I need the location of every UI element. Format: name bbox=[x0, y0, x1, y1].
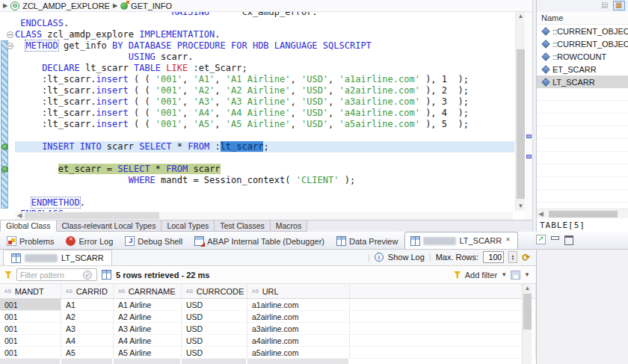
table-cell[interactable]: 001 bbox=[0, 299, 61, 310]
code-line[interactable]: ENDMETHOD. bbox=[15, 197, 514, 209]
code-line[interactable]: RAISING cx_amdp_error. bbox=[15, 12, 514, 18]
view-tab-error-log[interactable]: Error Log bbox=[61, 233, 118, 249]
table-cell[interactable]: a5airline.com bbox=[247, 347, 350, 358]
code-editor[interactable]: RAISING cx_amdp_error. ENDCLASS.CLASS zc… bbox=[0, 12, 532, 220]
editor-vertical-scrollbar[interactable]: ▲ ▼ bbox=[515, 12, 525, 211]
table-cell[interactable]: A2 Airline bbox=[114, 311, 182, 322]
variables-horizontal-scrollbar[interactable]: ◀ bbox=[537, 209, 628, 218]
maximize-icon[interactable] bbox=[564, 235, 573, 244]
fold-marker-icon[interactable] bbox=[7, 43, 13, 49]
scroll-left-icon[interactable]: ◀ bbox=[538, 209, 544, 219]
code-line[interactable]: :lt_scarr.insert ( ( '001', 'A3', 'A3 Ai… bbox=[15, 96, 514, 108]
dropdown-caret-icon[interactable]: ▼ bbox=[501, 271, 507, 278]
table-vertical-scrollbar[interactable]: ▲ bbox=[522, 284, 532, 364]
table-cell[interactable]: a3airline.com bbox=[247, 323, 350, 334]
result-tab-lt-scarr[interactable]: LT_SCARR bbox=[3, 250, 112, 265]
scroll-up-icon[interactable]: ▲ bbox=[523, 284, 532, 293]
editor-horizontal-scrollbar[interactable]: ◀ bbox=[15, 212, 513, 220]
breakpoint-icon[interactable] bbox=[1, 144, 8, 150]
table-cell[interactable]: 001 bbox=[0, 311, 61, 322]
code-line[interactable] bbox=[15, 130, 514, 141]
ruler-marker[interactable] bbox=[526, 155, 532, 158]
column-header[interactable]: ABMANDT bbox=[0, 284, 61, 298]
breakpoint-icon[interactable] bbox=[1, 166, 8, 173]
table-row[interactable]: 001A4A4 AirlineUSDa4airline.com bbox=[0, 335, 536, 347]
table-cell[interactable]: USD bbox=[182, 335, 247, 346]
table-cell[interactable]: 001 bbox=[0, 347, 61, 358]
table-cell[interactable]: a4airline.com bbox=[247, 335, 350, 346]
column-header[interactable]: ABCARRID bbox=[61, 284, 114, 298]
column-header[interactable]: ABURL bbox=[247, 284, 350, 298]
table-cell[interactable]: A3 bbox=[61, 323, 114, 334]
scroll-left-icon[interactable]: ◀ bbox=[15, 212, 24, 220]
table-row[interactable]: 001A1A1 AirlineUSDa1airline.com bbox=[0, 299, 536, 311]
code-line[interactable]: et_scarr = SELECT * FROM scarr bbox=[15, 164, 514, 175]
scrollbar-thumb[interactable] bbox=[517, 49, 525, 199]
breadcrumb-method[interactable]: GET_INFO bbox=[131, 1, 172, 10]
view-tab-debug-shell[interactable]: Debug Shell bbox=[120, 233, 188, 249]
max-rows-input[interactable] bbox=[483, 251, 504, 263]
view-tab-abap-internal-table-debugger-[interactable]: ABAP Internal Table (Debugger) bbox=[189, 233, 330, 249]
code-line[interactable]: :lt_scarr.insert ( ( '001', 'A1', 'A1 Ai… bbox=[15, 74, 514, 85]
table-row[interactable]: 001A5A5 AirlineUSDa5airline.com bbox=[0, 347, 536, 359]
collapse-all-icon[interactable] bbox=[600, 1, 611, 10]
code-line[interactable]: ENDCLASS. bbox=[15, 18, 514, 29]
show-table-contents-icon[interactable] bbox=[613, 1, 625, 10]
table-cell[interactable]: USD bbox=[182, 347, 247, 358]
table-cell[interactable]: a1airline.com bbox=[247, 299, 350, 310]
table-row[interactable]: 001A3A3 AirlineUSDa3airline.com bbox=[0, 323, 536, 335]
minimize-icon[interactable] bbox=[550, 235, 559, 244]
column-header[interactable]: ABCURRCODE bbox=[182, 284, 247, 298]
table-cell[interactable]: A1 bbox=[61, 299, 114, 310]
table-cell[interactable]: A1 Airline bbox=[114, 299, 182, 310]
code-line[interactable]: METHOD get_info BY DATABASE PROCEDURE FO… bbox=[15, 40, 514, 52]
table-cell[interactable]: A3 Airline bbox=[114, 323, 182, 334]
table-cell[interactable]: A2 bbox=[61, 311, 114, 322]
chevron-right-icon[interactable]: ▶ bbox=[113, 2, 117, 9]
table-cell[interactable]: USD bbox=[182, 311, 247, 322]
breadcrumb-class[interactable]: ZCL_AMDP_EXPLORE bbox=[22, 1, 110, 10]
scroll-down-icon[interactable]: ▼ bbox=[516, 202, 526, 211]
ruler-marker[interactable] bbox=[526, 135, 532, 138]
code-line[interactable]: DECLARE lt_scarr TABLE LIKE :et_Scarr; bbox=[15, 63, 514, 74]
table-row[interactable]: 001A2A2 AirlineUSDa2airline.com bbox=[0, 311, 536, 323]
restore-view-icon[interactable] bbox=[536, 235, 546, 244]
table-cell[interactable]: A5 bbox=[61, 347, 114, 358]
class-section-tab[interactable]: Macros bbox=[271, 220, 307, 232]
table-cell[interactable]: a2airline.com bbox=[247, 311, 350, 322]
class-section-tab[interactable]: Local Types bbox=[161, 220, 215, 232]
code-line[interactable] bbox=[15, 152, 514, 164]
code-line[interactable]: CLASS zcl_amdp_explore IMPLEMENTATION. bbox=[15, 29, 514, 40]
view-tab-problems[interactable]: Problems bbox=[1, 233, 59, 249]
apply-filter-icon[interactable]: ✓ bbox=[83, 271, 92, 280]
column-header[interactable]: ABCARRNAME bbox=[114, 284, 182, 298]
code-line[interactable]: WHERE mandt = Session_context( 'CLIENT' … bbox=[15, 175, 514, 186]
overview-ruler[interactable] bbox=[526, 12, 532, 220]
info-icon[interactable]: i bbox=[375, 253, 384, 262]
view-tab-lt-scarr[interactable]: LT_SCARR bbox=[404, 232, 518, 249]
variable-row[interactable]: ::CURRENT_OBJECT_N bbox=[537, 25, 628, 37]
dropdown-caret-icon[interactable]: ▼ bbox=[524, 271, 530, 278]
save-icon[interactable] bbox=[511, 271, 520, 280]
chevron-right-icon[interactable]: ▶ bbox=[3, 2, 7, 9]
code-line[interactable]: INSERT INTO scarr SELECT * FROM :lt_scar… bbox=[15, 141, 514, 152]
max-rows-stepper[interactable]: ▲▼ bbox=[508, 251, 517, 263]
variables-name-column-header[interactable]: Name bbox=[537, 12, 628, 25]
show-log-button[interactable]: Show Log bbox=[388, 253, 425, 262]
refresh-icon[interactable]: ⟳ bbox=[522, 252, 530, 263]
code-line[interactable]: :lt_scarr.insert ( ( '001', 'A2', 'A2 Ai… bbox=[15, 85, 514, 96]
class-section-tab[interactable]: Test Classes bbox=[215, 220, 271, 232]
table-cell[interactable]: 001 bbox=[0, 323, 61, 334]
class-section-tab[interactable]: Global Class bbox=[0, 220, 57, 232]
filter-pattern-input[interactable] bbox=[17, 271, 83, 280]
table-cell[interactable]: 001 bbox=[0, 335, 61, 346]
scroll-up-icon[interactable]: ▲ bbox=[516, 12, 526, 21]
table-cell[interactable]: A4 bbox=[61, 335, 114, 346]
table-cell[interactable]: A4 Airline bbox=[114, 335, 182, 346]
code-line[interactable] bbox=[15, 186, 514, 197]
add-filter-button[interactable]: Add filter ▼ ▼ bbox=[454, 271, 530, 280]
close-icon[interactable] bbox=[505, 237, 512, 244]
view-tab-data-preview[interactable]: Data Preview bbox=[331, 233, 403, 249]
table-cell[interactable]: USD bbox=[182, 299, 247, 310]
code-line[interactable]: :lt_scarr.insert ( ( '001', 'A4', 'A4 Ai… bbox=[15, 108, 514, 119]
